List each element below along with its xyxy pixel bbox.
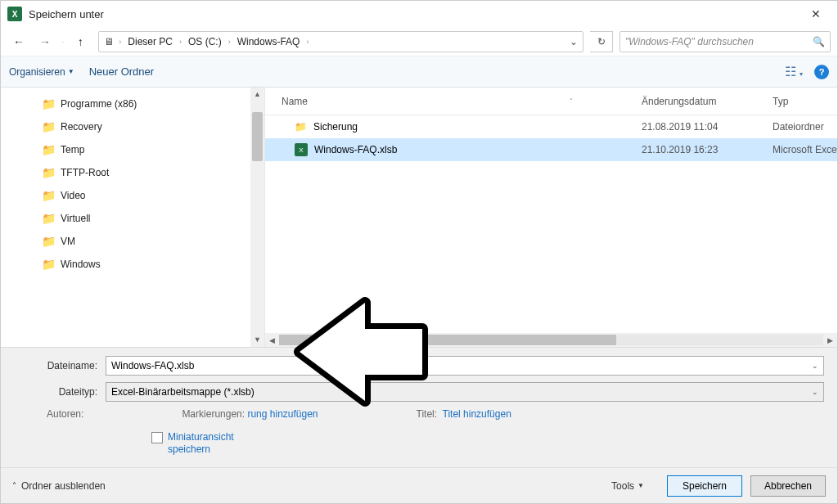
folder-icon: 📁 xyxy=(42,258,56,271)
chevron-up-icon: ˄ xyxy=(12,481,16,490)
folder-icon: 📁 xyxy=(295,121,307,133)
hide-folders-button[interactable]: ˄ Ordner ausblenden xyxy=(12,480,106,492)
column-name[interactable]: Name˄ xyxy=(265,96,642,107)
column-headers: Name˄ Änderungsdatum Typ xyxy=(265,88,837,115)
refresh-button[interactable]: ↻ xyxy=(590,31,613,52)
folder-icon: 📁 xyxy=(42,166,56,179)
filename-input[interactable]: Windows-FAQ.xlsb⌄ xyxy=(106,356,824,376)
titlebar: X Speichern unter ✕ xyxy=(1,1,837,27)
tree-item[interactable]: 📁TFTP-Root xyxy=(1,161,264,184)
chevron-down-icon[interactable]: ⌄ xyxy=(812,388,818,396)
chevron-right-icon[interactable]: › xyxy=(119,38,121,46)
tree-item[interactable]: 📁Virtuell xyxy=(1,207,264,230)
search-placeholder: "Windows-FAQ" durchsuchen xyxy=(625,36,813,47)
tree-item-label: Programme (x86) xyxy=(61,98,137,110)
add-tag-link[interactable]: rung hinzufügen xyxy=(247,408,318,420)
excel-file-icon: X xyxy=(295,143,308,156)
tools-dropdown[interactable]: Tools▼ xyxy=(611,480,644,492)
save-as-dialog: X Speichern unter ✕ ← → · ↑ 🖥 › Dieser P… xyxy=(0,0,838,504)
filetype-label: Dateityp: xyxy=(14,386,106,398)
excel-icon: X xyxy=(7,7,22,21)
folder-icon: 📁 xyxy=(42,120,56,133)
filename-label: Dateiname: xyxy=(14,360,106,371)
chevron-down-icon: ▼ xyxy=(638,482,644,489)
file-type: Microsoft Excel-Bin xyxy=(773,144,837,155)
new-folder-button[interactable]: Neuer Ordner xyxy=(89,65,154,78)
scroll-left-icon[interactable]: ◀ xyxy=(265,336,279,344)
folder-tree[interactable]: 📁Programme (x86)📁Recovery📁Temp📁TFTP-Root… xyxy=(1,88,264,347)
scroll-thumb[interactable] xyxy=(252,112,263,161)
column-type[interactable]: Typ xyxy=(773,96,837,107)
tree-item-label: VM xyxy=(61,236,75,247)
view-options-button[interactable]: ☷ ▾ xyxy=(785,64,803,79)
tree-item[interactable]: 📁Windows xyxy=(1,253,264,276)
help-button[interactable]: ? xyxy=(814,65,829,79)
file-name: Windows-FAQ.xlsb xyxy=(314,144,397,155)
tree-item-label: Temp xyxy=(61,144,84,155)
sort-caret-icon: ˄ xyxy=(570,97,573,105)
chevron-down-icon[interactable]: ⌄ xyxy=(812,362,818,370)
navbar: ← → · ↑ 🖥 › Dieser PC › OS (C:) › Window… xyxy=(1,27,837,56)
pc-icon: 🖥 xyxy=(104,36,114,47)
tree-item-label: Windows xyxy=(61,259,101,270)
column-date[interactable]: Änderungsdatum xyxy=(642,96,773,107)
search-input[interactable]: "Windows-FAQ" durchsuchen 🔍 xyxy=(619,31,831,52)
authors-label: Autoren: xyxy=(47,408,83,420)
title-label: Titel: xyxy=(417,408,438,420)
breadcrumb[interactable]: Dieser PC xyxy=(126,36,174,47)
tree-item[interactable]: 📁Programme (x86) xyxy=(1,92,264,115)
breadcrumb[interactable]: OS (C:) xyxy=(187,36,223,47)
file-row[interactable]: XWindows-FAQ.xlsb21.10.2019 16:23Microso… xyxy=(265,138,837,161)
tree-item[interactable]: 📁Video xyxy=(1,184,264,207)
chevron-down-icon[interactable]: ⌄ xyxy=(570,36,578,47)
scroll-down-icon[interactable]: ▼ xyxy=(250,333,264,347)
file-panel: Name˄ Änderungsdatum Typ 📁Sicherung21.08… xyxy=(264,88,837,347)
tree-item-label: Video xyxy=(61,190,85,201)
tree-item-label: Virtuell xyxy=(61,213,90,224)
folder-icon: 📁 xyxy=(42,212,56,225)
sidebar-scrollbar[interactable]: ▲ ▼ xyxy=(250,88,264,347)
body: 📁Programme (x86)📁Recovery📁Temp📁TFTP-Root… xyxy=(1,88,837,347)
file-list[interactable]: 📁Sicherung21.08.2019 11:04DateiordnerXWi… xyxy=(265,115,837,333)
thumbnail-checkbox[interactable] xyxy=(151,432,163,443)
tree-item-label: Recovery xyxy=(61,121,102,133)
folder-icon: 📁 xyxy=(42,189,56,202)
file-date: 21.10.2019 16:23 xyxy=(642,144,773,155)
tree-item[interactable]: 📁VM xyxy=(1,230,264,253)
file-type: Dateiordner xyxy=(773,121,837,133)
file-date: 21.08.2019 11:04 xyxy=(642,121,773,133)
chevron-right-icon[interactable]: › xyxy=(179,38,182,46)
scroll-up-icon[interactable]: ▲ xyxy=(250,88,264,101)
folder-icon: 📁 xyxy=(42,235,56,248)
search-icon: 🔍 xyxy=(813,36,825,47)
forward-button[interactable]: → xyxy=(34,30,56,53)
chevron-right-icon[interactable]: › xyxy=(228,38,231,46)
file-row[interactable]: 📁Sicherung21.08.2019 11:04Dateiordner xyxy=(265,115,837,138)
organize-button[interactable]: Organisieren▼ xyxy=(9,66,74,78)
scroll-thumb[interactable] xyxy=(279,335,616,345)
thumbnail-label[interactable]: Miniaturansicht speichern xyxy=(168,431,234,456)
tree-item[interactable]: 📁Recovery xyxy=(1,115,264,138)
add-title-link[interactable]: Titel hinzufügen xyxy=(443,408,511,420)
address-bar[interactable]: 🖥 › Dieser PC › OS (C:) › Windows-FAQ › … xyxy=(98,31,583,52)
window-title: Speichern unter xyxy=(29,8,797,20)
bottom-bar: ˄ Ordner ausblenden Tools▼ Speichern Abb… xyxy=(1,467,837,503)
toolbar: Organisieren▼ Neuer Ordner ☷ ▾ ? xyxy=(1,56,837,88)
file-name: Sicherung xyxy=(313,121,358,133)
up-button[interactable]: ↑ xyxy=(69,30,92,53)
cancel-button[interactable]: Abbrechen xyxy=(750,475,826,497)
close-button[interactable]: ✕ xyxy=(797,2,834,26)
horizontal-scrollbar[interactable]: ◀ ▶ xyxy=(265,333,837,347)
tree-item-label: TFTP-Root xyxy=(61,167,109,178)
save-form: Dateiname: Windows-FAQ.xlsb⌄ Dateityp: E… xyxy=(1,347,837,467)
filetype-dropdown[interactable]: Excel-Binärarbeitsmappe (*.xlsb)⌄ xyxy=(106,382,824,402)
folder-icon: 📁 xyxy=(42,143,56,156)
save-button[interactable]: Speichern xyxy=(667,475,742,497)
breadcrumb[interactable]: Windows-FAQ xyxy=(236,36,302,47)
chevron-right-icon[interactable]: › xyxy=(306,38,309,46)
tags-label: Markierungen: xyxy=(182,408,245,420)
folder-icon: 📁 xyxy=(42,97,56,110)
scroll-right-icon[interactable]: ▶ xyxy=(823,336,837,344)
back-button[interactable]: ← xyxy=(7,30,30,53)
tree-item[interactable]: 📁Temp xyxy=(1,138,264,161)
